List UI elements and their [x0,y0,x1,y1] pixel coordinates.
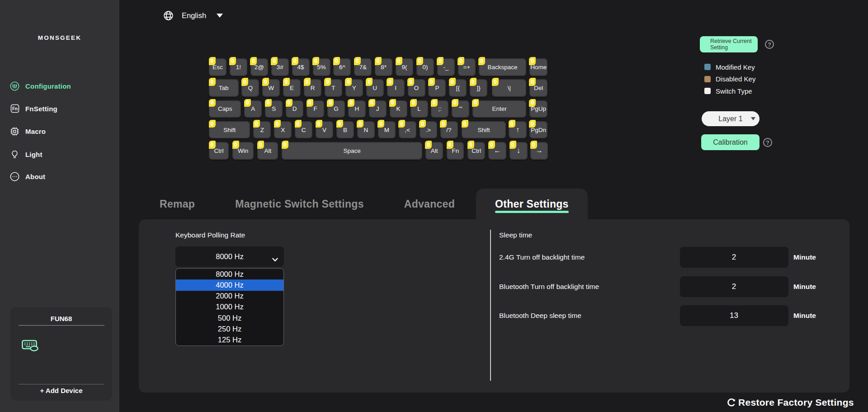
tab-magnetic-switch-settings[interactable]: Magnetic Switch Settings [216,189,383,219]
key-c[interactable]: 0C [295,121,312,139]
key-ctrl[interactable]: 0Ctrl [209,142,229,160]
key-v[interactable]: 0V [316,121,333,139]
sidebar-item-light[interactable]: Light [10,149,42,159]
sidebar-item-fnsetting[interactable]: Fn FnSetting [10,104,57,114]
key-l[interactable]: 0L [410,100,428,118]
retrieve-current-setting-button[interactable]: Retrieve Current Setting [700,36,758,52]
key-enter[interactable]: 0Enter [472,100,527,118]
legend-label: Switch Type [716,87,752,95]
key-m[interactable]: 0M [378,121,396,139]
key-r[interactable]: 0R [304,79,321,97]
key-layer-badge: 0 [530,141,537,149]
key-caps[interactable]: 0Caps [209,100,241,118]
key-5[interactable]: 05% [313,58,330,76]
key-w[interactable]: 0W [262,79,280,97]
key-alt[interactable]: 0Alt [425,142,443,160]
key-quote[interactable]: 0'" [452,100,469,118]
key-shift[interactable]: 0Shift [462,121,505,139]
key-3[interactable]: 03# [271,58,289,76]
key-semicolon[interactable]: 0;: [431,100,448,118]
key-arrow-left[interactable]: 0← [488,142,506,160]
key-minus[interactable]: 0-_ [437,58,455,76]
restore-icon [726,398,736,407]
key-7[interactable]: 07& [354,58,372,76]
sidebar-item-configuration[interactable]: Configuration [10,81,71,91]
tab-advanced[interactable]: Advanced [385,189,474,219]
key-period[interactable]: 0.> [420,121,437,139]
key-win[interactable]: 0Win [232,142,254,160]
key-pgdn[interactable]: 0PgDn [529,121,548,139]
key-b[interactable]: 0B [336,121,354,139]
key-layer-badge: 0 [316,120,322,128]
add-device-button[interactable]: + Add Device [10,387,112,394]
key-label: ;: [438,105,442,112]
key-space[interactable]: 0Space [282,142,422,160]
key-n[interactable]: 0N [357,121,375,139]
key-layer-badge: 0 [244,99,251,107]
key-layer-badge: 0 [262,78,269,86]
language-selector[interactable]: English [164,11,223,20]
key-label: ← [494,147,501,155]
key-backspace[interactable]: 0Backspace [479,58,527,76]
key-j[interactable]: 0J [369,100,387,118]
device-card[interactable]: FUN68 + Add Device [10,307,112,401]
sleep-time-input[interactable] [680,276,788,297]
key-comma[interactable]: 0,< [399,121,416,139]
key-label: 5% [317,64,326,71]
key-y[interactable]: 0Y [345,79,363,97]
key-arrow-up[interactable]: 0↑ [509,121,527,139]
calibration-button[interactable]: Calibration [701,134,760,150]
key-del[interactable]: 0Del [529,79,548,97]
key-fn[interactable]: 0Fn [447,142,464,160]
key-bracket-right[interactable]: 0]} [470,79,487,97]
retrieve-help-icon[interactable]: ? [765,40,774,49]
sidebar-item-macro[interactable]: Macro [10,126,46,136]
key-arrow-right[interactable]: 0→ [530,142,548,160]
tab-other-settings[interactable]: Other Settings [476,189,588,219]
key-alt[interactable]: 0Alt [257,142,278,160]
key-d[interactable]: 0D [286,100,303,118]
sleep-time-input[interactable] [680,305,788,326]
key-t[interactable]: 0T [325,79,342,97]
key-tab[interactable]: 0Tab [209,79,239,97]
key-1[interactable]: 01! [230,58,247,76]
key-z[interactable]: 0Z [253,121,271,139]
key-shift[interactable]: 0Shift [209,121,250,139]
key-layer-badge: 0 [447,141,453,149]
key-bracket-left[interactable]: 0[{ [449,79,467,97]
sidebar-item-about[interactable]: About [10,171,45,181]
key-backslash[interactable]: 0\| [492,79,526,97]
key-4[interactable]: 04$ [292,58,310,76]
key-s[interactable]: 0S [265,100,283,118]
key-2[interactable]: 02@ [250,58,268,76]
key-k[interactable]: 0K [390,100,407,118]
tab-remap[interactable]: Remap [141,189,214,219]
calibration-help-icon[interactable]: ? [763,138,772,147]
key-x[interactable]: 0X [274,121,292,139]
key-f[interactable]: 0F [307,100,324,118]
restore-factory-settings-button[interactable]: Restore Factory Settings [726,397,854,408]
sleep-time-input[interactable] [680,247,788,268]
key-a[interactable]: 0A [244,100,262,118]
key-h[interactable]: 0H [348,100,366,118]
key-9[interactable]: 09( [396,58,413,76]
key-equal[interactable]: 0=+ [458,58,476,76]
key-0[interactable]: 00) [416,58,434,76]
key-p[interactable]: 0P [428,79,446,97]
key-ctrl[interactable]: 0Ctrl [467,142,485,160]
key-arrow-down[interactable]: 0↓ [509,142,528,160]
key-8[interactable]: 08* [375,58,392,76]
key-u[interactable]: 0U [366,79,384,97]
layer-select[interactable]: Layer 1 [702,111,760,126]
key-g[interactable]: 0G [327,100,345,118]
key-e[interactable]: 0E [283,79,301,97]
key-i[interactable]: 0I [387,79,405,97]
key-home[interactable]: 0Home [529,58,548,76]
key-q[interactable]: 0Q [241,79,259,97]
key-slash[interactable]: 0/? [440,121,458,139]
key-o[interactable]: 0O [408,79,425,97]
key-label: F [313,105,317,112]
key-pgup[interactable]: 0PgUp [529,100,548,118]
key-6[interactable]: 06^ [333,58,351,76]
key-esc[interactable]: 0Esc [209,58,226,76]
